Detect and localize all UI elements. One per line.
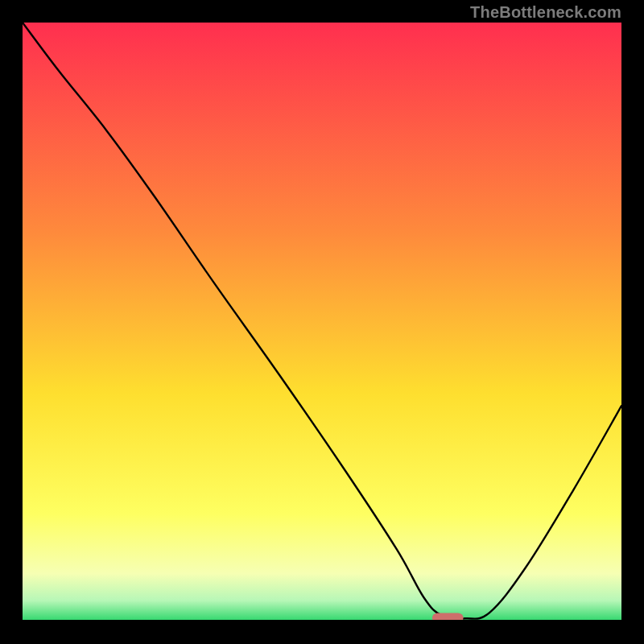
plot-area <box>23 23 621 621</box>
chart-frame: TheBottleneck.com <box>0 0 644 644</box>
gradient-background <box>23 23 621 621</box>
plot-svg <box>23 23 621 621</box>
watermark-text: TheBottleneck.com <box>470 3 621 22</box>
